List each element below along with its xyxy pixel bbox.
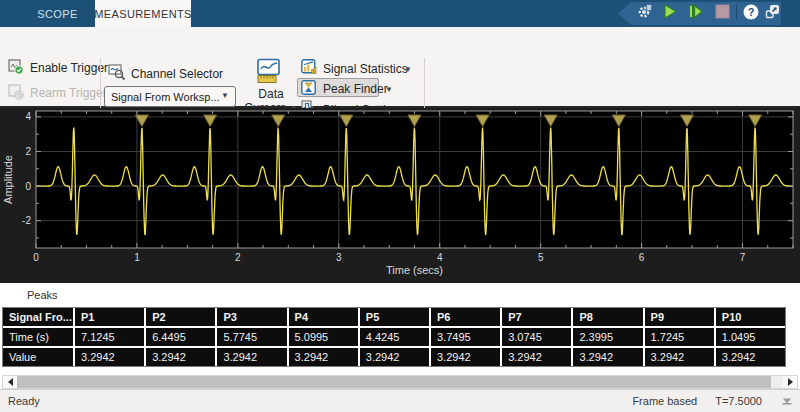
x-tick-label: 4 xyxy=(437,252,443,263)
table-column-header[interactable]: P2 xyxy=(146,308,215,326)
channel-combobox-value: Signal From Worksp... xyxy=(111,91,221,103)
stop-icon[interactable] xyxy=(712,2,732,21)
x-axis-label: Time (secs) xyxy=(386,264,443,276)
y-tick-label: -2 xyxy=(22,215,31,226)
x-tick-label: 0 xyxy=(33,252,39,263)
peak-finder-dropdown[interactable]: ▼ xyxy=(385,82,393,96)
table-column-header[interactable]: P8 xyxy=(573,308,642,326)
simulation-time-label: T=7.5000 xyxy=(715,395,762,407)
table-cell[interactable]: 1.7245 xyxy=(645,328,714,346)
signal-statistics-icon xyxy=(301,59,318,80)
arrow-right-icon xyxy=(788,378,793,386)
table-cell[interactable]: 3.2942 xyxy=(289,348,358,366)
y-tick-label: 2 xyxy=(25,146,31,157)
table-cell[interactable]: 6.4495 xyxy=(146,328,215,346)
table-cell[interactable]: 4.4245 xyxy=(360,328,429,346)
x-tick-label: 7 xyxy=(740,252,746,263)
x-tick-label: 6 xyxy=(639,252,645,263)
table-cell[interactable]: 3.2942 xyxy=(502,348,571,366)
peaks-panel-title: Peaks xyxy=(27,289,58,301)
x-tick-label: 3 xyxy=(336,252,342,263)
table-cell[interactable]: 3.7495 xyxy=(431,328,500,346)
channel-selector-icon xyxy=(108,63,126,85)
scrollbar-thumb[interactable] xyxy=(17,376,771,388)
table-cell[interactable]: 3.2942 xyxy=(217,348,286,366)
table-cell[interactable]: 3.2942 xyxy=(645,348,714,366)
table-cell[interactable]: 7.1245 xyxy=(75,328,144,346)
data-cursors-icon xyxy=(255,58,283,89)
table-cell[interactable]: 3.2942 xyxy=(146,348,215,366)
table-cell[interactable]: 3.2942 xyxy=(573,348,642,366)
ecg-chart: 01234567-2024Time (secs)Amplitude xyxy=(0,108,800,283)
frame-mode-label: Frame based xyxy=(632,395,697,407)
dock-icon[interactable] xyxy=(762,2,782,21)
table-cell[interactable]: 1.0495 xyxy=(716,328,785,346)
enable-trigger-button[interactable]: Enable Trigger xyxy=(30,61,108,75)
scroll-left-button[interactable] xyxy=(3,376,17,388)
snap-to-end-icon[interactable] xyxy=(780,395,794,408)
arrow-left-icon xyxy=(8,378,13,386)
data-cursors-button[interactable]: Data xyxy=(243,87,299,101)
scroll-right-button[interactable] xyxy=(783,376,797,388)
horizontal-scrollbar[interactable] xyxy=(2,375,798,389)
signal-statistics-button[interactable]: Signal Statistics xyxy=(323,62,408,76)
channel-selector-button[interactable]: Channel Selector xyxy=(131,67,223,81)
table-column-header[interactable]: P3 xyxy=(217,308,286,326)
table-column-header[interactable]: P10 xyxy=(716,308,785,326)
status-text: Ready xyxy=(8,395,40,407)
tab-scope[interactable]: SCOPE xyxy=(20,0,95,27)
chevron-down-icon: ▼ xyxy=(221,91,229,100)
table-cell[interactable]: 2.3995 xyxy=(573,328,642,346)
status-bar: Ready Frame based T=7.5000 xyxy=(0,389,800,412)
peak-finder-label: Peak Finder xyxy=(323,82,388,96)
run-icon[interactable] xyxy=(660,2,680,21)
table-column-header[interactable]: P9 xyxy=(645,308,714,326)
chevron-down-icon: ▼ xyxy=(385,85,393,94)
chevron-down-icon: ▼ xyxy=(404,65,412,74)
rearm-trigger-icon xyxy=(8,84,24,104)
step-forward-icon[interactable] xyxy=(685,2,705,21)
table-cell[interactable]: 5.7745 xyxy=(217,328,286,346)
y-axis-label: Amplitude xyxy=(2,155,14,204)
enable-trigger-icon xyxy=(8,59,24,79)
y-tick-label: 4 xyxy=(25,111,31,122)
table-row-label[interactable]: Value xyxy=(3,348,73,366)
table-cell[interactable]: 3.2942 xyxy=(360,348,429,366)
x-tick-label: 2 xyxy=(235,252,241,263)
quick-access-separator xyxy=(736,5,737,19)
table-cell[interactable]: 3.0745 xyxy=(502,328,571,346)
table-column-header[interactable]: P4 xyxy=(289,308,358,326)
simulation-settings-icon[interactable] xyxy=(634,2,654,21)
peak-finder-icon xyxy=(301,80,317,100)
scope-plot-area[interactable]: 01234567-2024Time (secs)Amplitude xyxy=(0,108,800,283)
table-cell[interactable]: 5.0995 xyxy=(289,328,358,346)
y-tick-label: 0 xyxy=(25,181,31,192)
table-column-header[interactable]: P7 xyxy=(502,308,571,326)
tab-bar: SCOPE MEASUREMENTS ? xyxy=(0,0,800,27)
x-tick-label: 1 xyxy=(134,252,140,263)
help-icon[interactable]: ? xyxy=(741,2,761,21)
table-column-header[interactable]: P5 xyxy=(360,308,429,326)
table-cell[interactable]: 3.2942 xyxy=(75,348,144,366)
peaks-table[interactable]: Signal Fro...P1P2P3P4P5P6P7P8P9P10Time (… xyxy=(2,307,786,367)
table-corner-header[interactable]: Signal Fro... xyxy=(3,308,73,326)
table-cell[interactable]: 3.2942 xyxy=(716,348,785,366)
signal-statistics-dropdown[interactable]: ▼ xyxy=(404,62,412,76)
rearm-trigger-button: Rearm Trigger xyxy=(30,86,107,100)
table-column-header[interactable]: P6 xyxy=(431,308,500,326)
table-row-label[interactable]: Time (s) xyxy=(3,328,73,346)
channel-combobox[interactable]: Signal From Worksp... ▼ xyxy=(104,86,236,107)
table-column-header[interactable]: P1 xyxy=(75,308,144,326)
scope-window: SCOPE MEASUREMENTS ? xyxy=(0,0,800,412)
svg-text:?: ? xyxy=(748,6,755,18)
tab-measurements[interactable]: MEASUREMENTS xyxy=(95,0,191,27)
table-cell[interactable]: 3.2942 xyxy=(431,348,500,366)
ribbon: Enable Trigger Rearm Trigger Settings ▼ … xyxy=(0,27,800,108)
x-tick-label: 5 xyxy=(538,252,544,263)
